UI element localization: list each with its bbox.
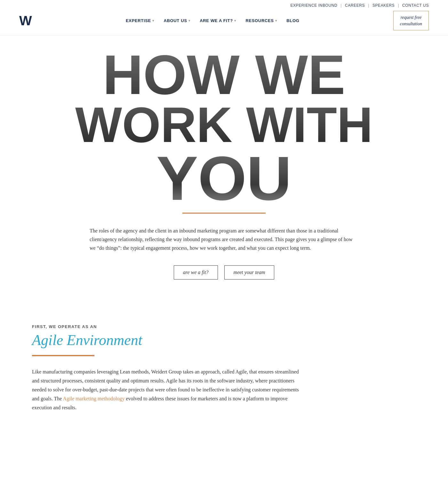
expertise-caret: ▾: [152, 19, 154, 22]
hero-line1: HOW WE: [19, 48, 429, 101]
nav-about-us[interactable]: ABOUT US ▾: [164, 18, 190, 23]
careers-link[interactable]: CAREERS: [345, 3, 365, 8]
nav-expertise[interactable]: EXPERTISE ▾: [126, 18, 154, 23]
hero-buttons: are we a fit? meet your team: [19, 265, 429, 279]
hero-line3: YOU: [19, 149, 429, 208]
sep3: |: [398, 3, 399, 8]
resources-caret: ▾: [275, 19, 277, 22]
speakers-link[interactable]: SPEAKERS: [372, 3, 395, 8]
cta-button[interactable]: request freeconsultation: [393, 11, 429, 30]
agile-pretitle: FIRST, WE OPERATE AS AN: [32, 324, 416, 329]
logo[interactable]: W: [19, 14, 32, 28]
agile-divider: [32, 355, 94, 356]
main-header: W EXPERTISE ▾ ABOUT US ▾ ARE WE A FIT? ▾…: [0, 8, 448, 35]
agile-section: FIRST, WE OPERATE AS AN Agile Environmen…: [0, 305, 448, 425]
sep1: |: [340, 3, 342, 8]
hero-line2: WORK WITH: [19, 101, 429, 148]
nav-resources[interactable]: RESOURCES ▾: [245, 18, 277, 23]
hero-body: The roles of the agency and the client i…: [90, 226, 358, 253]
meet-your-team-button[interactable]: meet your team: [224, 265, 275, 279]
sep2: |: [368, 3, 369, 8]
experience-inbound-link[interactable]: EXPERIENCE INBOUND: [290, 3, 337, 8]
agile-body: Like manufacturing companies leveraging …: [32, 367, 301, 412]
agile-title: Agile Environment: [32, 332, 416, 349]
agile-link[interactable]: Agile marketing methodology: [63, 396, 125, 401]
contact-us-link[interactable]: CONTACT US: [402, 3, 429, 8]
top-bar: EXPERIENCE INBOUND | CAREERS | SPEAKERS …: [0, 0, 448, 8]
about-caret: ▾: [188, 19, 190, 22]
hero-title: HOW WE WORK WITH YOU: [19, 48, 429, 208]
fit-caret: ▾: [234, 19, 236, 22]
nav-blog[interactable]: BLOG: [286, 18, 299, 23]
are-we-fit-button[interactable]: are we a fit?: [174, 265, 218, 279]
main-nav: EXPERTISE ▾ ABOUT US ▾ ARE WE A FIT? ▾ R…: [126, 18, 299, 23]
hero-section: HOW WE WORK WITH YOU The roles of the ag…: [0, 35, 448, 305]
nav-are-we-fit[interactable]: ARE WE A FIT? ▾: [200, 18, 236, 23]
